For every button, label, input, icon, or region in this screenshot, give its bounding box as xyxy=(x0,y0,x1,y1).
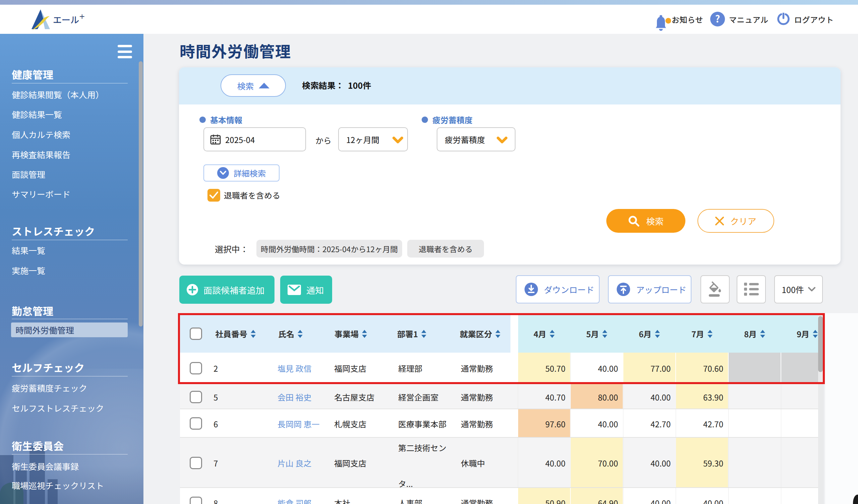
svg-text:?: ? xyxy=(715,12,720,25)
